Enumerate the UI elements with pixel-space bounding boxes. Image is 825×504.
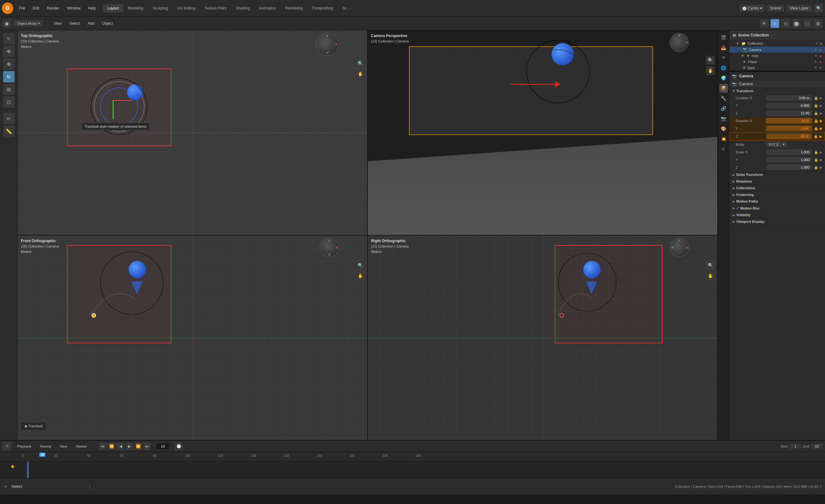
- scale-tool-btn[interactable]: ⊞: [3, 84, 15, 95]
- view-menu-tl[interactable]: View: [56, 443, 70, 449]
- zoom-in-btn-br[interactable]: 🔍: [706, 261, 715, 270]
- view-layer-selector[interactable]: View Layer: [787, 5, 812, 11]
- step-back-btn[interactable]: ⏪: [108, 442, 115, 450]
- vis-viewport-icon[interactable]: ◉: [820, 42, 822, 45]
- outliner-collection[interactable]: ▼ 📁 Collection 👁 ◉: [729, 40, 825, 47]
- outliner-spot[interactable]: ⊙ Spot 👁 🔺: [729, 65, 825, 71]
- instancing-title[interactable]: ▶ Instancing: [729, 192, 825, 198]
- material-props-icon[interactable]: 🎨: [719, 124, 728, 133]
- jump-start-btn[interactable]: ⏮: [99, 442, 106, 450]
- keyframe-sy-icon[interactable]: ◆: [819, 158, 822, 162]
- data-props-icon[interactable]: 📷: [719, 114, 728, 123]
- viewport-shading-icon[interactable]: ◼: [3, 19, 11, 28]
- scale-x-value[interactable]: 1.000: [766, 149, 812, 155]
- relations-title[interactable]: ▶ Relations: [729, 178, 825, 185]
- spot-vis1[interactable]: 👁: [814, 66, 817, 69]
- object-mode-dropdown[interactable]: Object Mode ▾: [14, 20, 43, 27]
- select-tool-btn[interactable]: ↖: [3, 33, 15, 45]
- visibility-title[interactable]: ▶ Visibility: [729, 212, 825, 218]
- nav-gizmo-tr[interactable]: Y X: [670, 33, 689, 52]
- motion-blur-check-icon[interactable]: ✔: [736, 206, 739, 210]
- render-props-icon[interactable]: 🎬: [719, 33, 728, 42]
- keying-menu[interactable]: Keying: [37, 443, 54, 449]
- outliner-plane[interactable]: ▼ Plane 👁 🔺: [729, 59, 825, 65]
- search-icon[interactable]: 🔍: [814, 4, 823, 13]
- tab-rendering[interactable]: Rendering: [281, 4, 307, 12]
- viewlayer-props-icon[interactable]: 👁: [719, 53, 728, 62]
- tab-scripting[interactable]: Sc...: [338, 4, 354, 12]
- spot-vis2[interactable]: 🔺: [819, 66, 822, 69]
- transform-section-title[interactable]: ▶ Transform: [729, 88, 825, 94]
- zoom-in-btn-bl[interactable]: 🔍: [356, 261, 365, 270]
- keyframe-z-icon[interactable]: ◆: [819, 111, 822, 116]
- collections-title[interactable]: ▶ Collections: [729, 185, 825, 191]
- keyframe-y-icon[interactable]: ◆: [819, 104, 822, 108]
- rotation-y-value[interactable]: -3.64°: [766, 126, 812, 131]
- output-props-icon[interactable]: 📤: [719, 43, 728, 52]
- menu-add[interactable]: Add: [85, 20, 97, 27]
- rotation-x-value[interactable]: 44.5°: [766, 118, 812, 124]
- delta-transform-title[interactable]: ▶ Delta Transform: [729, 171, 825, 178]
- plane-vis1[interactable]: 👁: [814, 60, 817, 64]
- scale-z-value[interactable]: 1.000: [766, 164, 812, 170]
- scene-selector[interactable]: Scene: [767, 5, 784, 11]
- playback-menu[interactable]: Playback: [14, 443, 34, 449]
- particles-props-icon[interactable]: 💥: [719, 134, 728, 143]
- rotate-tool-btn[interactable]: ↻: [3, 71, 15, 82]
- viewport-shading-solid[interactable]: ◉: [770, 19, 779, 28]
- modifier-props-icon[interactable]: 🔧: [719, 94, 728, 103]
- lock-rx-icon[interactable]: 🔒: [814, 119, 818, 123]
- menu-help[interactable]: Help: [85, 5, 99, 12]
- viewport-shading-material[interactable]: ◎: [781, 19, 790, 28]
- world-props-icon[interactable]: 🌍: [719, 74, 728, 82]
- lock-z-icon[interactable]: 🔒: [814, 111, 818, 116]
- keyframe-ry-icon[interactable]: ◆: [819, 127, 822, 131]
- rotation-mode-dropdown[interactable]: XYZ E... ▾: [766, 141, 787, 147]
- zoom-in-btn-tr[interactable]: 🔍: [706, 56, 715, 65]
- current-frame-display[interactable]: 10: [156, 443, 169, 449]
- viewport-shading-rendered[interactable]: ⬤: [792, 19, 801, 28]
- transform-tool-btn[interactable]: ⊡: [3, 96, 15, 108]
- menu-object[interactable]: Object: [99, 20, 116, 27]
- step-fwd-btn[interactable]: ⏩: [134, 442, 142, 450]
- lock-sy-icon[interactable]: 🔒: [814, 158, 818, 162]
- nav-gizmo-tl[interactable]: Y X -Z: [316, 33, 339, 56]
- tab-uv-editing[interactable]: UV Editing: [173, 4, 200, 12]
- outliner-camera[interactable]: 📷 Camera 👁 🔺: [729, 47, 825, 53]
- menu-edit[interactable]: Edit: [29, 5, 43, 12]
- start-frame-value[interactable]: 1: [790, 444, 801, 449]
- hand-btn-br[interactable]: ✋: [706, 271, 715, 280]
- cursor-tool-btn[interactable]: ✥: [3, 46, 15, 57]
- man-vis2[interactable]: 🔺: [819, 54, 822, 58]
- measure-tool-btn[interactable]: 📏: [3, 126, 15, 137]
- scale-y-value[interactable]: 1.000: [766, 157, 812, 163]
- keyframe-sx-icon[interactable]: ◆: [819, 150, 822, 154]
- rotation-z-value[interactable]: -35.9°: [766, 133, 812, 139]
- tab-modeling[interactable]: Modeling: [124, 4, 148, 12]
- tab-sculpting[interactable]: Sculpting: [148, 4, 173, 12]
- zoom-in-btn-tl[interactable]: 🔍: [356, 59, 365, 68]
- hand-btn-tr[interactable]: ✋: [706, 66, 715, 75]
- lock-x-icon[interactable]: 🔒: [814, 96, 818, 100]
- menu-render[interactable]: Render: [44, 5, 62, 12]
- constraints-props-icon[interactable]: 🔗: [719, 104, 728, 113]
- viewport-bottom-left[interactable]: Z X -Z 🔍 ✋: [18, 235, 367, 440]
- move-tool-btn[interactable]: ✥: [3, 58, 15, 70]
- nav-gizmo-bl[interactable]: Z X -Z: [320, 238, 339, 257]
- object-props-icon[interactable]: 📦: [719, 84, 728, 92]
- timeline-type-icon[interactable]: ⏱: [3, 442, 11, 451]
- play-btn[interactable]: ▶: [126, 442, 133, 450]
- keyframe-rx-icon[interactable]: ◆: [819, 119, 822, 123]
- tab-shading[interactable]: Shading: [232, 4, 254, 12]
- viewport-top-right[interactable]: Y X 🔍 ✋: [368, 30, 717, 235]
- keyframe-sz-icon[interactable]: ◆: [819, 165, 822, 169]
- location-y-value[interactable]: -9.885: [766, 103, 812, 109]
- hand-btn-bl[interactable]: ✋: [356, 271, 365, 280]
- outliner-man[interactable]: ▼ ▼ man 👁 🔺: [729, 53, 825, 59]
- fps-icon[interactable]: 🕐: [174, 442, 183, 451]
- man-vis1[interactable]: 👁: [814, 54, 817, 58]
- keyframe-rz-icon[interactable]: ◆: [819, 134, 822, 139]
- scene-props-icon[interactable]: 🌐: [719, 63, 728, 72]
- lock-ry-icon[interactable]: 🔒: [814, 127, 818, 131]
- jump-end-btn[interactable]: ⏭: [143, 442, 151, 450]
